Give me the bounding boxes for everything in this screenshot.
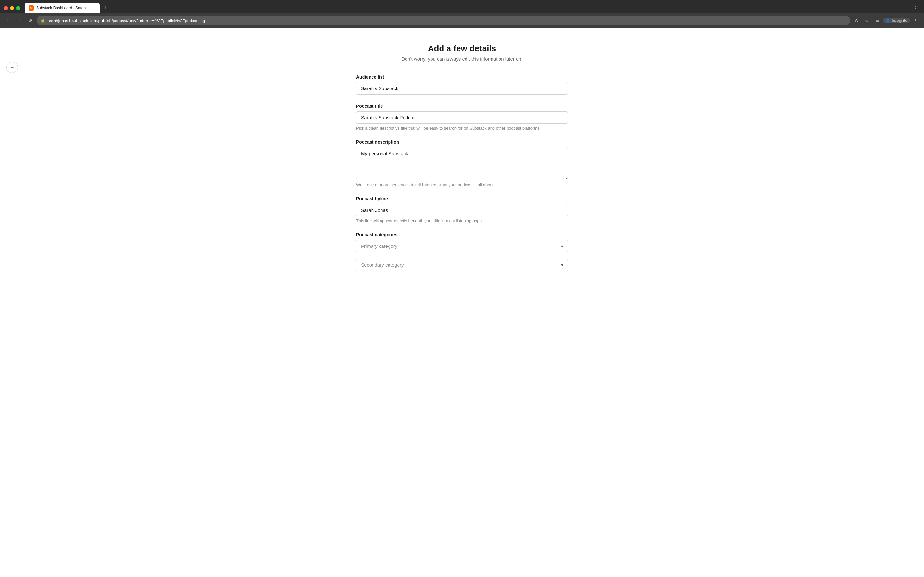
lock-icon: 🔒: [40, 18, 45, 23]
podcast-byline-group: Podcast byline This line will appear dir…: [356, 196, 568, 223]
podcast-title-label: Podcast title: [356, 103, 568, 109]
audience-list-group: Audience list: [356, 74, 568, 95]
podcast-title-hint: Pick a clear, descriptive title that wil…: [356, 126, 568, 131]
audience-list-label: Audience list: [356, 74, 568, 79]
podcast-title-input[interactable]: [356, 111, 568, 124]
page-back-button[interactable]: ←: [6, 61, 18, 73]
browser-menu-button[interactable]: ⋮: [911, 16, 920, 25]
podcast-title-group: Podcast title Pick a clear, descriptive …: [356, 103, 568, 131]
window-maximize-button[interactable]: [16, 6, 20, 10]
podcast-description-textarea[interactable]: My personal Substack: [356, 147, 568, 179]
podcast-description-hint: Write one or more sentences to tell list…: [356, 182, 568, 187]
primary-category-wrapper: Primary category Arts Business Comedy Ed…: [356, 240, 568, 252]
page-header: Add a few details Don't worry, you can a…: [0, 34, 924, 61]
podcast-description-group: Podcast description My personal Substack…: [356, 139, 568, 187]
form-container: Audience list Podcast title Pick a clear…: [350, 74, 574, 271]
tab-favicon: S: [29, 5, 34, 11]
tab-title: Substack Dashboard - Sarah's: [36, 6, 88, 10]
podcast-categories-group: Podcast categories Primary category Arts…: [356, 232, 568, 271]
bookmark-button[interactable]: ☆: [863, 16, 871, 25]
primary-category-select[interactable]: Primary category Arts Business Comedy Ed…: [356, 240, 568, 252]
incognito-badge: 👤 Incognito: [883, 18, 910, 23]
podcast-categories-label: Podcast categories: [356, 232, 568, 237]
address-bar[interactable]: [48, 18, 846, 23]
back-arrow-icon: ←: [10, 64, 15, 70]
profile-icon: 👤: [885, 18, 890, 23]
page-title: Add a few details: [0, 44, 924, 53]
secondary-category-wrapper: Secondary category Arts Business Comedy …: [356, 259, 568, 271]
podcast-byline-input[interactable]: [356, 204, 568, 216]
sidebar-button[interactable]: ▭: [873, 16, 882, 25]
podcast-byline-label: Podcast byline: [356, 196, 568, 201]
tab-menu-button[interactable]: ⋮: [911, 3, 920, 13]
screenshare-button[interactable]: ⊘: [852, 16, 861, 25]
podcast-byline-hint: This line will appear directly beneath y…: [356, 218, 568, 223]
window-close-button[interactable]: [4, 6, 8, 10]
window-minimize-button[interactable]: [10, 6, 14, 10]
secondary-category-select[interactable]: Secondary category Arts Business Comedy …: [356, 259, 568, 271]
podcast-description-label: Podcast description: [356, 139, 568, 145]
active-tab[interactable]: S Substack Dashboard - Sarah's ×: [25, 3, 100, 13]
address-bar-container: 🔒: [37, 16, 850, 25]
forward-nav-button[interactable]: →: [15, 16, 24, 25]
reload-button[interactable]: ↺: [26, 16, 35, 25]
page-subtitle: Don't worry, you can always edit this in…: [0, 56, 924, 61]
back-nav-button[interactable]: ←: [4, 16, 13, 25]
audience-list-input[interactable]: [356, 82, 568, 95]
new-tab-button[interactable]: +: [101, 3, 110, 13]
tab-close-button[interactable]: ×: [91, 5, 96, 11]
incognito-label: Incognito: [892, 18, 907, 23]
